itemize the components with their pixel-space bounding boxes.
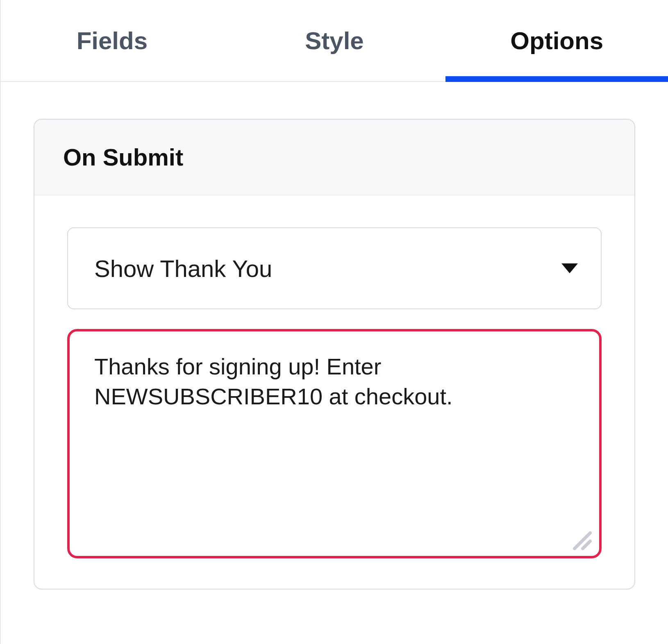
chevron-down-icon: [561, 263, 578, 273]
tab-style[interactable]: Style: [223, 0, 446, 81]
tab-options[interactable]: Options: [445, 0, 668, 81]
on-submit-panel: On Submit Show Thank You: [34, 119, 635, 590]
tab-content: On Submit Show Thank You: [1, 82, 668, 626]
select-value: Show Thank You: [94, 255, 272, 282]
tab-fields[interactable]: Fields: [1, 0, 223, 81]
panel-title: On Submit: [63, 143, 606, 171]
options-pane: Fields Style Options On Submit Show Than…: [0, 0, 668, 644]
on-submit-action-select[interactable]: Show Thank You: [67, 227, 602, 309]
tabs: Fields Style Options: [1, 0, 668, 82]
thank-you-message-wrap: [67, 329, 602, 560]
tab-options-label: Options: [510, 27, 603, 55]
svg-marker-0: [561, 263, 578, 273]
panel-header: On Submit: [34, 120, 634, 195]
tab-style-label: Style: [305, 27, 364, 55]
panel-body: Show Thank You: [34, 195, 634, 589]
thank-you-message-textarea[interactable]: [67, 329, 602, 558]
tab-fields-label: Fields: [77, 27, 148, 55]
